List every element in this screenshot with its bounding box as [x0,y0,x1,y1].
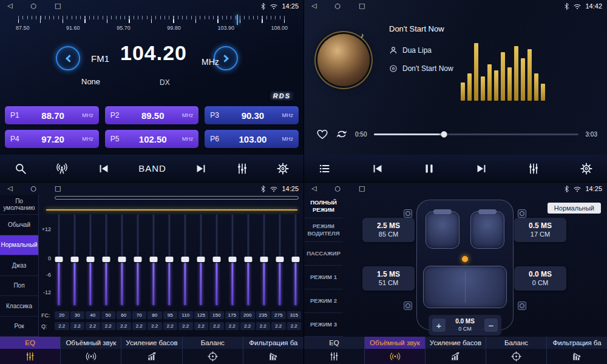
nav-back-button[interactable]: ◁ [7,183,12,195]
tab-surround[interactable]: Объёмный звук [61,337,121,364]
preset-button-p3[interactable]: P3 90.30 MHz [205,106,299,124]
ruler-label: 108.00 [271,25,288,31]
nav-home-button[interactable]: ○ [30,0,36,12]
preset-button-p4[interactable]: P4 97.20 MHz [5,130,99,148]
eq-band-slider[interactable] [55,214,63,305]
nav-recents-button[interactable]: □ [359,0,365,12]
eq-band-slider[interactable] [118,214,126,305]
mode-2[interactable]: РЕЖИМ 2 [304,289,343,313]
tab-filter[interactable]: Фильтрация ба [547,337,607,364]
disc-icon [389,64,398,73]
pause-button[interactable] [424,163,435,175]
eq-band-slider[interactable] [291,214,300,305]
favorite-button[interactable] [316,129,328,140]
rds-badge: RDS [270,92,294,100]
album-art [317,34,370,86]
front-left-delay[interactable]: 2.5 MS 85 CM [362,218,415,242]
equalizer-button[interactable] [527,163,540,175]
rear-right-delay[interactable]: 0.0 MS 0 CM [514,266,566,291]
nav-recents-button[interactable]: □ [359,183,365,195]
nav-recents-button[interactable]: □ [55,183,61,195]
nav-recents-button[interactable]: □ [55,0,61,12]
clock: 14:25 [585,185,602,192]
band-button[interactable]: BAND [138,163,166,174]
tab-bass-boost[interactable]: Усиление басов [426,337,486,364]
progress-bar[interactable] [374,133,578,135]
progress-knob[interactable] [441,131,447,138]
progress-row: 0:50 3:03 [316,127,597,141]
repeat-button[interactable] [336,129,348,140]
delay-cm: 85 CM [379,231,398,239]
mode-driver[interactable]: РЕЖИМ ВОДИТЕЛЯ [304,218,343,242]
eq-band-slider[interactable] [260,214,268,305]
eq-band-slider[interactable] [149,214,158,305]
eq-preset-pop[interactable]: Поп [0,276,38,296]
eq-band-slider[interactable] [70,214,79,305]
eq-sliders [55,214,300,305]
eq-preset-default[interactable]: По умолчанию [0,195,38,215]
settings-button[interactable] [277,163,289,175]
eq-preset-custom[interactable]: Обычай [0,215,38,235]
eq-preset-normal[interactable]: Нормальный [0,235,38,255]
search-button[interactable] [15,163,27,175]
tab-balance[interactable]: Баланс [183,337,243,364]
tab-surround[interactable]: Объёмный звук [365,337,426,364]
mode-full[interactable]: ПОЛНЫЙ РЕЖИМ [304,195,343,218]
nav-home-button[interactable]: ○ [30,183,36,195]
ruler-label: 87.50 [16,25,30,31]
eq-band-slider[interactable] [228,214,237,305]
eq-band-slider[interactable] [197,214,205,305]
profile-button[interactable]: Нормальный [548,203,601,214]
eq-band-slider[interactable] [134,214,142,305]
total-time: 3:03 [586,131,597,138]
eq-band-slider[interactable] [244,214,253,305]
car-diagram [416,200,514,330]
playlist-button[interactable] [319,163,331,175]
previous-track-button[interactable] [371,163,384,175]
tab-balance[interactable]: Баланс [486,337,547,364]
eq-band-slider[interactable] [276,214,284,305]
preset-label: P1 [10,111,24,120]
mode-1[interactable]: РЕЖИМ 1 [304,266,343,289]
listener-position-marker[interactable] [462,256,468,262]
preset-button-p2[interactable]: P2 89.50 MHz [105,106,199,124]
eq-scrollbar[interactable] [55,196,299,200]
tune-down-button[interactable] [56,46,80,70]
tab-bass-boost[interactable]: Усиление басов [121,337,182,364]
next-track-button[interactable] [475,163,487,175]
eq-band-slider[interactable] [181,214,189,305]
eq-band-slider[interactable] [102,214,110,305]
tab-filter[interactable]: Фильтрация ба [243,337,304,364]
delay-decrease-button[interactable]: − [484,318,498,332]
nav-home-button[interactable]: ○ [334,0,341,12]
next-station-button[interactable] [195,163,207,175]
broadcast-button[interactable] [55,163,69,175]
preset-button-p5[interactable]: P5 102.50 MHz [105,130,199,148]
nav-back-button[interactable]: ◁ [311,0,316,12]
previous-station-button[interactable] [98,163,110,175]
q-value: 2.2 [148,322,162,330]
eq-band-slider[interactable] [165,214,174,305]
settings-button[interactable] [580,163,592,175]
eq-preset-rock[interactable]: Рок [0,317,38,337]
music-note-icon: ♪ [361,32,364,39]
eq-band-slider[interactable] [86,214,95,305]
equalizer-button[interactable] [236,163,248,175]
surround-screen: ◁ ○ □ 14:25 ПОЛНЫЙ РЕЖИМ РЕЖИМ ВОДИТЕЛЯ … [304,182,607,364]
delay-increase-button[interactable]: + [432,318,446,332]
eq-preset-classic[interactable]: Классика [0,296,38,316]
mode-3[interactable]: РЕЖИМ 3 [304,313,343,337]
nav-home-button[interactable]: ○ [334,183,341,195]
front-right-delay[interactable]: 0.5 MS 17 CM [514,218,566,242]
rear-left-delay[interactable]: 1.5 MS 51 CM [362,266,415,291]
frequency-ruler[interactable] [18,16,285,23]
preset-button-p6[interactable]: P6 103.00 MHz [205,130,299,148]
eq-band-slider[interactable] [212,214,221,305]
tab-eq[interactable]: EQ [0,337,61,364]
mode-passenger[interactable]: ПАССАЖИР [304,242,343,266]
nav-back-button[interactable]: ◁ [7,0,12,12]
preset-button-p1[interactable]: P1 88.70 MHz [5,106,99,124]
nav-back-button[interactable]: ◁ [311,183,316,195]
eq-preset-jazz[interactable]: Джаз [0,255,38,275]
tab-eq[interactable]: EQ [304,337,365,364]
